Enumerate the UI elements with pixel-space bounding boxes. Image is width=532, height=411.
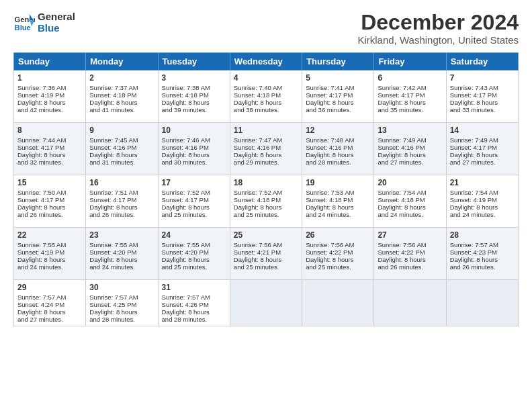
day-info: and 32 minutes.: [17, 158, 82, 166]
day-info: Sunrise: 7:56 AM: [234, 241, 298, 248]
day-info: Sunrise: 7:57 AM: [162, 293, 226, 301]
table-row: 9Sunrise: 7:45 AMSunset: 4:16 PMDaylight…: [86, 123, 158, 175]
day-info: Sunrise: 7:57 AM: [17, 293, 82, 301]
day-info: Sunrise: 7:52 AM: [162, 189, 226, 196]
table-row: 24Sunrise: 7:55 AMSunset: 4:20 PMDayligh…: [158, 228, 230, 280]
day-info: Sunset: 4:26 PM: [162, 301, 226, 308]
day-number: 12: [306, 126, 370, 135]
day-info: Sunset: 4:17 PM: [17, 144, 82, 151]
col-tuesday: Tuesday: [158, 53, 230, 71]
day-info: and 25 minutes.: [234, 263, 298, 271]
day-number: 31: [162, 283, 226, 292]
day-info: Sunset: 4:17 PM: [89, 196, 154, 203]
table-row: 7Sunrise: 7:43 AMSunset: 4:17 PMDaylight…: [446, 71, 518, 123]
day-info: and 26 minutes.: [89, 211, 154, 218]
day-number: 10: [162, 126, 226, 135]
col-friday: Friday: [374, 53, 446, 71]
day-info: Sunrise: 7:40 AM: [234, 84, 298, 91]
day-info: Sunrise: 7:43 AM: [450, 84, 515, 91]
day-info: and 26 minutes.: [17, 211, 82, 218]
day-info: Sunset: 4:16 PM: [89, 144, 154, 151]
day-info: and 25 minutes.: [306, 263, 370, 271]
day-info: Sunrise: 7:51 AM: [89, 189, 154, 196]
day-number: 7: [450, 73, 515, 83]
day-number: 9: [89, 126, 154, 135]
table-row: 22Sunrise: 7:55 AMSunset: 4:19 PMDayligh…: [14, 228, 86, 280]
day-info: Sunset: 4:20 PM: [89, 248, 154, 256]
day-info: and 28 minutes.: [306, 158, 370, 166]
day-info: Sunset: 4:19 PM: [17, 91, 82, 99]
day-info: Sunrise: 7:54 AM: [378, 189, 442, 196]
day-info: Sunset: 4:17 PM: [450, 91, 515, 99]
day-info: Sunrise: 7:56 AM: [306, 241, 370, 248]
day-info: Sunset: 4:16 PM: [378, 144, 442, 151]
day-info: Daylight: 8 hours: [378, 99, 442, 106]
day-info: and 28 minutes.: [162, 316, 226, 323]
day-info: Sunset: 4:23 PM: [450, 248, 515, 256]
svg-text:Blue: Blue: [15, 24, 31, 32]
day-info: Daylight: 8 hours: [17, 203, 82, 211]
day-info: and 25 minutes.: [162, 263, 226, 271]
day-info: Daylight: 8 hours: [234, 203, 298, 211]
day-info: and 24 minutes.: [450, 211, 515, 218]
table-row: 2Sunrise: 7:37 AMSunset: 4:18 PMDaylight…: [86, 71, 158, 123]
calendar-header-row: Sunday Monday Tuesday Wednesday Thursday…: [14, 53, 519, 71]
logo-text-line1: General: [38, 11, 75, 22]
logo: General Blue General Blue: [13, 11, 75, 34]
day-info: Daylight: 8 hours: [234, 99, 298, 106]
day-info: Daylight: 8 hours: [378, 256, 442, 263]
day-info: Daylight: 8 hours: [450, 203, 515, 211]
day-info: Daylight: 8 hours: [162, 308, 226, 316]
day-info: and 28 minutes.: [89, 316, 154, 323]
day-info: Sunrise: 7:50 AM: [17, 189, 82, 196]
table-row: 3Sunrise: 7:38 AMSunset: 4:18 PMDaylight…: [158, 71, 230, 123]
table-row: 12Sunrise: 7:48 AMSunset: 4:16 PMDayligh…: [302, 123, 374, 175]
day-info: Sunrise: 7:53 AM: [306, 189, 370, 196]
page-header: General Blue General Blue December 2024 …: [13, 11, 519, 46]
table-row: 29Sunrise: 7:57 AMSunset: 4:24 PMDayligh…: [14, 280, 86, 326]
day-info: Daylight: 8 hours: [17, 151, 82, 158]
day-info: Daylight: 8 hours: [450, 99, 515, 106]
day-info: and 41 minutes.: [89, 106, 154, 113]
day-number: 5: [306, 73, 370, 83]
table-row: 21Sunrise: 7:54 AMSunset: 4:19 PMDayligh…: [446, 175, 518, 228]
day-info: Sunrise: 7:54 AM: [450, 189, 515, 196]
day-number: 30: [89, 283, 154, 292]
day-number: 15: [17, 178, 82, 187]
col-monday: Monday: [86, 53, 158, 71]
day-info: Sunrise: 7:57 AM: [89, 293, 154, 301]
day-info: and 27 minutes.: [450, 158, 515, 166]
day-info: and 33 minutes.: [450, 106, 515, 113]
day-number: 21: [450, 178, 515, 187]
day-number: 11: [234, 126, 298, 135]
day-info: Daylight: 8 hours: [306, 99, 370, 106]
day-info: Sunset: 4:17 PM: [378, 91, 442, 99]
day-info: and 38 minutes.: [234, 106, 298, 113]
col-saturday: Saturday: [446, 53, 518, 71]
day-number: 24: [162, 230, 226, 240]
day-info: Sunset: 4:17 PM: [17, 196, 82, 203]
day-info: Sunset: 4:22 PM: [378, 248, 442, 256]
day-number: 2: [89, 73, 154, 83]
day-info: Sunrise: 7:56 AM: [378, 241, 442, 248]
day-info: Daylight: 8 hours: [89, 99, 154, 106]
day-number: 4: [234, 73, 298, 83]
day-info: Sunrise: 7:49 AM: [378, 136, 442, 144]
day-info: Sunrise: 7:37 AM: [89, 84, 154, 91]
day-info: and 24 minutes.: [89, 263, 154, 271]
day-info: Sunrise: 7:45 AM: [89, 136, 154, 144]
day-info: and 31 minutes.: [89, 158, 154, 166]
day-number: 22: [17, 230, 82, 240]
table-row: 6Sunrise: 7:42 AMSunset: 4:17 PMDaylight…: [374, 71, 446, 123]
day-info: Sunrise: 7:55 AM: [162, 241, 226, 248]
day-info: and 42 minutes.: [17, 106, 82, 113]
table-row: 27Sunrise: 7:56 AMSunset: 4:22 PMDayligh…: [374, 228, 446, 280]
table-row: 13Sunrise: 7:49 AMSunset: 4:16 PMDayligh…: [374, 123, 446, 175]
table-row: 30Sunrise: 7:57 AMSunset: 4:25 PMDayligh…: [86, 280, 158, 326]
day-info: Sunset: 4:19 PM: [450, 196, 515, 203]
day-info: Sunset: 4:22 PM: [306, 248, 370, 256]
table-row: 5Sunrise: 7:41 AMSunset: 4:17 PMDaylight…: [302, 71, 374, 123]
day-info: Sunrise: 7:47 AM: [234, 136, 298, 144]
day-info: Sunrise: 7:48 AM: [306, 136, 370, 144]
day-info: Daylight: 8 hours: [450, 256, 515, 263]
